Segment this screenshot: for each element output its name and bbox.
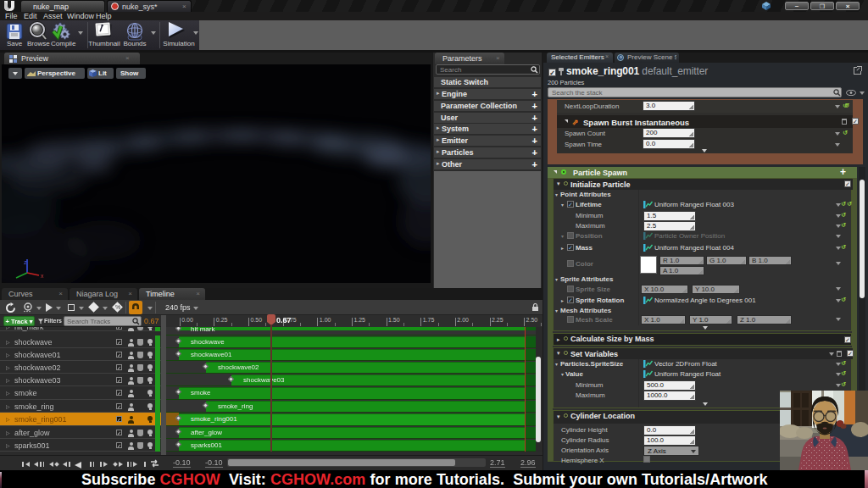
svg-text:z: z — [24, 259, 27, 265]
svg-text:x: x — [41, 273, 44, 279]
